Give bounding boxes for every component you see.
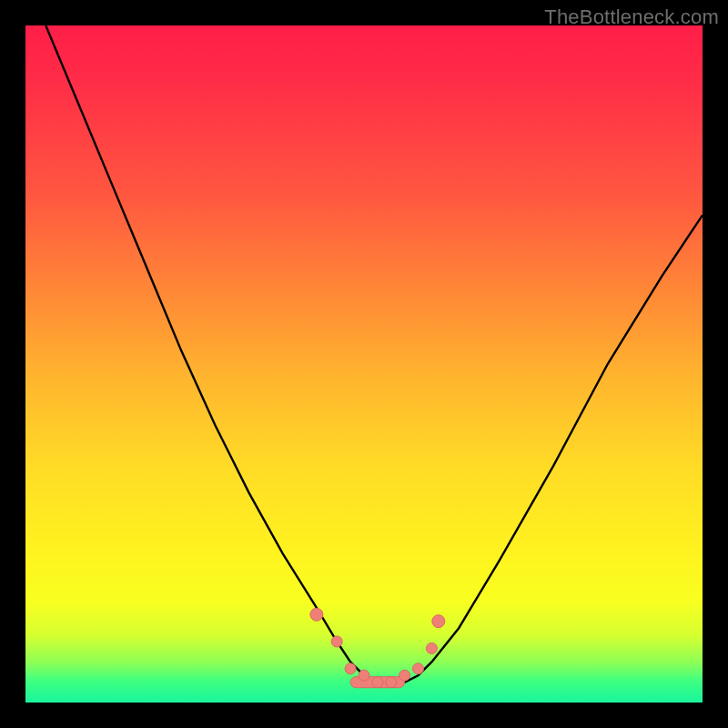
marker-point (399, 670, 410, 681)
marker-point (432, 615, 445, 628)
bottleneck-curve-line (46, 25, 703, 682)
marker-point (386, 677, 397, 688)
marker-point (345, 663, 356, 674)
marker-point (310, 608, 323, 621)
chart-svg (25, 25, 703, 703)
marker-group (310, 608, 445, 687)
plot-area (25, 25, 703, 703)
marker-point (331, 636, 342, 647)
marker-point (426, 643, 437, 654)
marker-point (372, 677, 383, 688)
marker-point (359, 670, 369, 681)
chart-frame: TheBottleneck.com (0, 0, 728, 728)
marker-point (413, 663, 424, 674)
